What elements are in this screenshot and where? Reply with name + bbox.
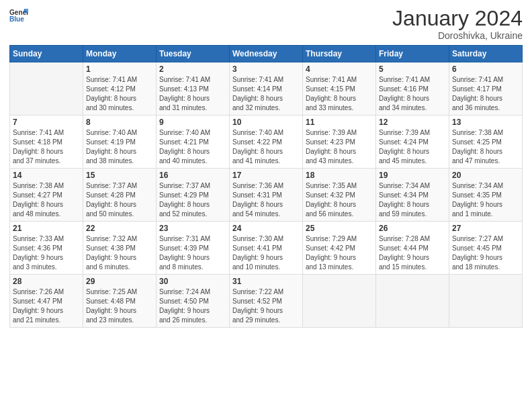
day-number: 31 <box>232 277 300 286</box>
table-row: 13Sunrise: 7:38 AM Sunset: 4:25 PM Dayli… <box>449 116 523 169</box>
day-info: Sunrise: 7:22 AM Sunset: 4:52 PM Dayligh… <box>232 287 300 325</box>
table-row <box>449 275 523 328</box>
logo: General Blue <box>9 7 28 26</box>
day-number: 17 <box>232 171 300 180</box>
table-row: 24Sunrise: 7:30 AM Sunset: 4:41 PM Dayli… <box>230 222 303 275</box>
table-row: 11Sunrise: 7:39 AM Sunset: 4:23 PM Dayli… <box>303 116 376 169</box>
table-row <box>303 275 376 328</box>
calendar-header: Sunday Monday Tuesday Wednesday Thursday… <box>10 46 523 62</box>
day-info: Sunrise: 7:41 AM Sunset: 4:16 PM Dayligh… <box>379 75 446 113</box>
logo-icon: General Blue <box>9 7 28 26</box>
day-number: 18 <box>306 171 373 180</box>
day-info: Sunrise: 7:37 AM Sunset: 4:29 PM Dayligh… <box>159 181 226 219</box>
day-number: 1 <box>86 64 153 74</box>
day-info: Sunrise: 7:25 AM Sunset: 4:48 PM Dayligh… <box>86 287 153 325</box>
day-number: 16 <box>159 171 226 180</box>
day-number: 20 <box>452 171 519 180</box>
day-number: 8 <box>86 118 153 127</box>
col-saturday: Saturday <box>449 46 523 62</box>
day-info: Sunrise: 7:28 AM Sunset: 4:44 PM Dayligh… <box>379 234 446 272</box>
table-row: 29Sunrise: 7:25 AM Sunset: 4:48 PM Dayli… <box>83 275 157 328</box>
day-info: Sunrise: 7:40 AM Sunset: 4:19 PM Dayligh… <box>86 128 153 166</box>
day-number: 6 <box>452 64 519 74</box>
table-row: 28Sunrise: 7:26 AM Sunset: 4:47 PM Dayli… <box>10 275 83 328</box>
day-info: Sunrise: 7:36 AM Sunset: 4:31 PM Dayligh… <box>232 181 300 219</box>
day-info: Sunrise: 7:34 AM Sunset: 4:35 PM Dayligh… <box>452 181 519 219</box>
day-number: 27 <box>452 224 519 233</box>
table-row: 30Sunrise: 7:24 AM Sunset: 4:50 PM Dayli… <box>157 275 230 328</box>
col-friday: Friday <box>376 46 449 62</box>
page: General Blue January 2024 Doroshivka, Uk… <box>0 0 532 411</box>
header: General Blue January 2024 Doroshivka, Uk… <box>9 7 523 41</box>
day-info: Sunrise: 7:39 AM Sunset: 4:23 PM Dayligh… <box>306 128 373 166</box>
day-number: 15 <box>86 171 153 180</box>
table-row: 1Sunrise: 7:41 AM Sunset: 4:12 PM Daylig… <box>83 62 157 116</box>
col-thursday: Thursday <box>303 46 376 62</box>
day-info: Sunrise: 7:41 AM Sunset: 4:15 PM Dayligh… <box>306 75 373 113</box>
day-info: Sunrise: 7:33 AM Sunset: 4:36 PM Dayligh… <box>13 234 80 272</box>
day-number: 22 <box>86 224 153 233</box>
table-row: 31Sunrise: 7:22 AM Sunset: 4:52 PM Dayli… <box>230 275 303 328</box>
day-number: 4 <box>306 64 373 74</box>
col-tuesday: Tuesday <box>157 46 230 62</box>
day-number: 5 <box>379 64 446 74</box>
day-info: Sunrise: 7:32 AM Sunset: 4:38 PM Dayligh… <box>86 234 153 272</box>
day-info: Sunrise: 7:40 AM Sunset: 4:21 PM Dayligh… <box>159 128 226 166</box>
day-number: 3 <box>232 64 300 74</box>
day-info: Sunrise: 7:41 AM Sunset: 4:14 PM Dayligh… <box>232 75 300 113</box>
day-info: Sunrise: 7:38 AM Sunset: 4:27 PM Dayligh… <box>13 181 80 219</box>
day-number: 21 <box>13 224 80 233</box>
day-number: 13 <box>452 118 519 127</box>
table-row: 14Sunrise: 7:38 AM Sunset: 4:27 PM Dayli… <box>10 169 83 222</box>
day-info: Sunrise: 7:37 AM Sunset: 4:28 PM Dayligh… <box>86 181 153 219</box>
table-row: 2Sunrise: 7:41 AM Sunset: 4:13 PM Daylig… <box>157 62 230 116</box>
table-row: 20Sunrise: 7:34 AM Sunset: 4:35 PM Dayli… <box>449 169 523 222</box>
table-row: 9Sunrise: 7:40 AM Sunset: 4:21 PM Daylig… <box>157 116 230 169</box>
day-info: Sunrise: 7:34 AM Sunset: 4:34 PM Dayligh… <box>379 181 446 219</box>
table-row: 12Sunrise: 7:39 AM Sunset: 4:24 PM Dayli… <box>376 116 449 169</box>
table-row: 15Sunrise: 7:37 AM Sunset: 4:28 PM Dayli… <box>83 169 157 222</box>
col-sunday: Sunday <box>10 46 83 62</box>
col-monday: Monday <box>83 46 157 62</box>
day-number: 19 <box>379 171 446 180</box>
day-info: Sunrise: 7:41 AM Sunset: 4:18 PM Dayligh… <box>13 128 80 166</box>
day-info: Sunrise: 7:24 AM Sunset: 4:50 PM Dayligh… <box>159 287 226 325</box>
day-number: 24 <box>232 224 300 233</box>
table-row: 23Sunrise: 7:31 AM Sunset: 4:39 PM Dayli… <box>157 222 230 275</box>
day-info: Sunrise: 7:40 AM Sunset: 4:22 PM Dayligh… <box>232 128 300 166</box>
day-number: 23 <box>159 224 226 233</box>
day-number: 25 <box>306 224 373 233</box>
day-info: Sunrise: 7:35 AM Sunset: 4:32 PM Dayligh… <box>306 181 373 219</box>
calendar-body: 1Sunrise: 7:41 AM Sunset: 4:12 PM Daylig… <box>10 62 523 328</box>
table-row: 7Sunrise: 7:41 AM Sunset: 4:18 PM Daylig… <box>10 116 83 169</box>
day-info: Sunrise: 7:38 AM Sunset: 4:25 PM Dayligh… <box>452 128 519 166</box>
day-info: Sunrise: 7:29 AM Sunset: 4:42 PM Dayligh… <box>306 234 373 272</box>
table-row: 26Sunrise: 7:28 AM Sunset: 4:44 PM Dayli… <box>376 222 449 275</box>
day-info: Sunrise: 7:41 AM Sunset: 4:17 PM Dayligh… <box>452 75 519 113</box>
day-info: Sunrise: 7:27 AM Sunset: 4:45 PM Dayligh… <box>452 234 519 272</box>
day-number: 14 <box>13 171 80 180</box>
table-row: 21Sunrise: 7:33 AM Sunset: 4:36 PM Dayli… <box>10 222 83 275</box>
day-info: Sunrise: 7:26 AM Sunset: 4:47 PM Dayligh… <box>13 287 80 325</box>
day-number: 12 <box>379 118 446 127</box>
table-row: 27Sunrise: 7:27 AM Sunset: 4:45 PM Dayli… <box>449 222 523 275</box>
day-info: Sunrise: 7:31 AM Sunset: 4:39 PM Dayligh… <box>159 234 226 272</box>
day-number: 10 <box>232 118 300 127</box>
calendar: Sunday Monday Tuesday Wednesday Thursday… <box>9 45 523 328</box>
table-row: 4Sunrise: 7:41 AM Sunset: 4:15 PM Daylig… <box>303 62 376 116</box>
day-info: Sunrise: 7:41 AM Sunset: 4:12 PM Dayligh… <box>86 75 153 113</box>
table-row: 17Sunrise: 7:36 AM Sunset: 4:31 PM Dayli… <box>230 169 303 222</box>
table-row: 5Sunrise: 7:41 AM Sunset: 4:16 PM Daylig… <box>376 62 449 116</box>
table-row: 10Sunrise: 7:40 AM Sunset: 4:22 PM Dayli… <box>230 116 303 169</box>
col-wednesday: Wednesday <box>230 46 303 62</box>
table-row: 3Sunrise: 7:41 AM Sunset: 4:14 PM Daylig… <box>230 62 303 116</box>
title-block: January 2024 Doroshivka, Ukraine <box>392 7 523 41</box>
day-info: Sunrise: 7:30 AM Sunset: 4:41 PM Dayligh… <box>232 234 300 272</box>
table-row: 19Sunrise: 7:34 AM Sunset: 4:34 PM Dayli… <box>376 169 449 222</box>
day-number: 29 <box>86 277 153 286</box>
table-row: 16Sunrise: 7:37 AM Sunset: 4:29 PM Dayli… <box>157 169 230 222</box>
subtitle: Doroshivka, Ukraine <box>392 30 523 41</box>
table-row <box>376 275 449 328</box>
day-number: 30 <box>159 277 226 286</box>
day-info: Sunrise: 7:39 AM Sunset: 4:24 PM Dayligh… <box>379 128 446 166</box>
